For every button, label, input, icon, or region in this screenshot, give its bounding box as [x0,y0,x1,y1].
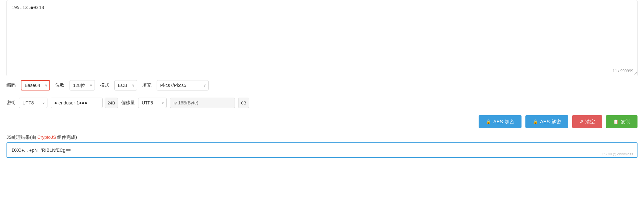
encoding-controls-row: 编码 Base64 Hex UTF8 位数 128位 192位 256位 模式 … [6,76,638,94]
decrypt-label: AES-解密 [540,119,561,125]
key-encoding-select-wrapper: UTF8 Hex Base64 [19,98,47,108]
mode-select-wrapper: ECB CBC CFB OFB CTR [114,80,137,90]
clear-label: 清空 [585,119,595,125]
padding-select-wrapper: Pkcs7/Pkcs5 ZeroPadding NoPadding AnsiX9… [157,80,209,90]
copy-button[interactable]: 📋 复制 [606,115,638,128]
key-row: 密钥 UTF8 Hex Base64 24B 偏移量 UTF8 Hex Base… [6,94,638,111]
lock-icon: 🔒 [486,119,491,124]
padding-select[interactable]: Pkcs7/Pkcs5 ZeroPadding NoPadding AnsiX9… [157,80,209,90]
encrypt-label: AES-加密 [493,119,514,125]
result-label: JS处理结果(由 CryptoJS 组件完成) [6,132,638,142]
key-size-badge: 24B [105,98,118,108]
bits-label: 位数 [55,82,64,88]
result-wrapper: CSDN @johnny233 [6,142,638,158]
result-label-prefix: JS处理结果(由 [6,135,37,140]
clear-icon: ↺ [579,119,583,124]
encoding-label: 编码 [6,82,16,88]
clear-button[interactable]: ↺ 清空 [572,115,602,128]
mode-label: 模式 [100,82,109,88]
top-input-area: 195.13.●0313 11 / 999999 [6,0,638,76]
buttons-row: 🔒 AES-加密 🔒 AES-解密 ↺ 清空 📋 复制 [6,111,638,132]
csdn-mark: CSDN @johnny233 [602,152,633,156]
padding-label: 填充 [142,82,151,88]
unlock-icon: 🔒 [533,119,538,124]
mode-select[interactable]: ECB CBC CFB OFB CTR [114,80,137,90]
copy-label: 复制 [621,119,630,125]
main-input[interactable] [7,10,637,75]
result-section: JS处理结果(由 CryptoJS 组件完成) CSDN @johnny233 [6,132,638,158]
result-label-suffix: 组件完成) [56,135,77,140]
ip-text: 195.13.●0313 [7,0,637,10]
encoding-select-wrapper: Base64 Hex UTF8 [21,80,50,90]
bits-select-wrapper: 128位 192位 256位 [70,80,95,90]
copy-icon: 📋 [613,119,619,124]
offset-label: 偏移量 [121,100,135,106]
encoding-select[interactable]: Base64 Hex UTF8 [21,80,50,90]
offset-encoding-select-wrapper: UTF8 Hex Base64 [138,98,167,108]
iv-input[interactable] [170,98,235,108]
char-count: 11 / 999999 [613,69,633,73]
key-input-wrapper: 24B [51,98,118,108]
result-label-highlight: CryptoJS [37,135,56,140]
iv-size-badge: 0B [238,98,249,108]
result-input-border [6,142,638,158]
bits-select[interactable]: 128位 192位 256位 [70,80,95,90]
key-label: 密钥 [6,100,16,106]
result-input[interactable] [7,143,637,157]
key-encoding-select[interactable]: UTF8 Hex Base64 [19,98,47,108]
offset-encoding-select[interactable]: UTF8 Hex Base64 [138,98,167,108]
aes-decrypt-button[interactable]: 🔒 AES-解密 [525,115,568,128]
aes-encrypt-button[interactable]: 🔒 AES-加密 [479,115,522,128]
key-input[interactable] [51,98,103,108]
